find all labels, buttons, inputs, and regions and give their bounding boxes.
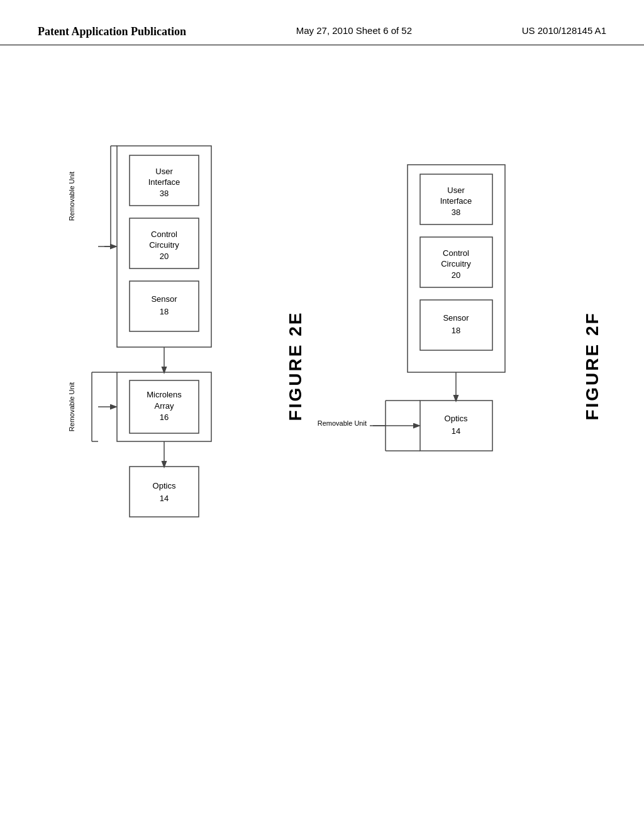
svg-text:Sensor: Sensor — [151, 294, 177, 304]
svg-text:14: 14 — [452, 426, 460, 436]
svg-text:Removable Unit: Removable Unit — [68, 172, 75, 221]
svg-text:20: 20 — [452, 270, 460, 280]
page-header: Patent Application Publication May 27, 2… — [0, 0, 644, 45]
main-content: User Interface 38 Control Circuitry 20 S… — [0, 45, 644, 825]
svg-rect-29 — [130, 467, 199, 517]
svg-text:38: 38 — [160, 189, 169, 198]
patent-number: US 2010/128145 A1 — [522, 25, 606, 36]
sheet-info: May 27, 2010 Sheet 6 of 52 — [296, 25, 412, 36]
svg-text:Optics: Optics — [445, 414, 468, 423]
svg-text:Interface: Interface — [148, 177, 180, 187]
svg-text:18: 18 — [160, 307, 169, 316]
svg-text:14: 14 — [160, 494, 169, 503]
svg-text:16: 16 — [160, 412, 169, 422]
svg-text:Control: Control — [443, 248, 469, 258]
svg-text:Circuitry: Circuitry — [441, 259, 471, 268]
figure-2e-label: FIGURE 2E — [286, 311, 306, 421]
svg-text:Optics: Optics — [153, 481, 176, 490]
svg-rect-45 — [420, 401, 492, 451]
svg-rect-41 — [420, 300, 492, 350]
figure-2e-container: User Interface 38 Control Circuitry 20 S… — [73, 146, 274, 586]
svg-text:User: User — [447, 185, 465, 195]
svg-text:Removable Unit: Removable Unit — [68, 382, 75, 431]
publication-title: Patent Application Publication — [38, 25, 186, 38]
patent-page: Patent Application Publication May 27, 2… — [0, 0, 644, 830]
svg-text:Array: Array — [154, 401, 174, 411]
svg-text:Sensor: Sensor — [443, 313, 469, 323]
svg-rect-9 — [130, 281, 199, 331]
svg-text:Removable Unit: Removable Unit — [318, 419, 367, 427]
svg-text:20: 20 — [160, 252, 169, 261]
svg-text:Interface: Interface — [440, 196, 472, 206]
svg-text:Circuitry: Circuitry — [149, 240, 179, 250]
svg-text:User: User — [155, 167, 173, 176]
svg-text:38: 38 — [452, 208, 460, 217]
figure-2f-container: User Interface 38 Control Circuitry 20 S… — [370, 146, 571, 586]
figure-2f-diagram: User Interface 38 Control Circuitry 20 S… — [370, 165, 521, 555]
svg-text:Microlens: Microlens — [147, 390, 182, 399]
figure-2f-label: FIGURE 2F — [582, 311, 602, 420]
svg-text:18: 18 — [452, 326, 460, 335]
figure-2e-diagram: User Interface 38 Control Circuitry 20 S… — [73, 146, 236, 555]
svg-text:Control: Control — [151, 230, 177, 239]
